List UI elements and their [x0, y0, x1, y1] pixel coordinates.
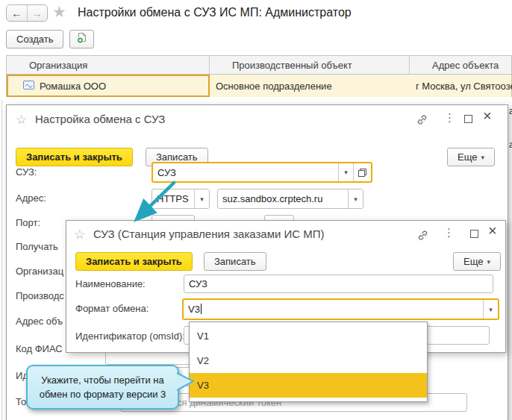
dialog-star-icon[interactable]: ☆: [74, 227, 85, 242]
oms-id-label: Идентификатор (omsId):: [75, 330, 185, 342]
format-option-v3-selected[interactable]: V3: [190, 373, 427, 398]
format-option-v2[interactable]: V2: [190, 348, 427, 373]
menu-dots-icon[interactable]: ⋮: [444, 111, 455, 125]
hint-callout: Укажите, чтобы перейти на обмен по форма…: [26, 365, 179, 410]
page-title: Настройки обмена с СУЗ ИС МП: Администра…: [78, 6, 352, 19]
object-address-value: г Москва, ул Святоозе: [416, 81, 512, 92]
text-caret: [201, 304, 202, 314]
chevron-down-icon: ▾: [487, 258, 490, 266]
more-button[interactable]: Еще ▾: [453, 252, 501, 271]
link-icon[interactable]: [416, 114, 428, 128]
forward-icon: →: [32, 7, 43, 19]
suz-label: СУЗ:: [16, 166, 37, 178]
format-dropdown-list: V1 V2 V3: [189, 322, 428, 402]
new-document-plus-icon: [76, 32, 88, 46]
maximize-icon[interactable]: [470, 230, 478, 238]
back-button[interactable]: ←: [7, 5, 28, 21]
column-header-production-object[interactable]: Производственный объект: [210, 56, 410, 74]
dialog-star-icon[interactable]: ☆: [16, 112, 27, 128]
address-label: Адрес:: [16, 192, 46, 204]
save-and-close-button[interactable]: Записать и закрыть: [75, 252, 193, 271]
save-button[interactable]: Записать: [204, 252, 266, 271]
cell-object-address[interactable]: г Москва, ул Святоозе: [410, 75, 512, 97]
address-value: suz.sandbox.crptech.ru: [218, 193, 348, 204]
chevron-down-icon: ▾: [481, 154, 484, 161]
cell-production-object[interactable]: Основное подразделение: [210, 75, 410, 97]
link-icon[interactable]: [417, 230, 428, 244]
port-label: Порт:: [16, 217, 40, 228]
nav-buttons: ← →: [6, 4, 48, 22]
dialog-title: СУЗ (Станция управления заказами ИС МП): [93, 228, 325, 240]
screen: ← → ★ Настройки обмена с СУЗ ИС МП: Адми…: [0, 0, 512, 420]
format-value: V3: [184, 304, 483, 315]
suz-value: СУЗ: [153, 167, 338, 178]
create-button[interactable]: Создать: [6, 30, 63, 48]
cell-organization[interactable]: Ромашка ООО: [7, 75, 210, 97]
open-record-button[interactable]: [353, 163, 371, 181]
name-field[interactable]: СУЗ: [184, 275, 493, 293]
favorite-star-icon[interactable]: ★: [52, 3, 66, 21]
create-new-item-button[interactable]: [69, 30, 94, 48]
production-object-label: Производс: [16, 290, 64, 301]
more-button[interactable]: Еще ▾: [447, 148, 495, 166]
table-header: Организация Производственный объект Адре…: [6, 55, 512, 75]
suz-field[interactable]: СУЗ ▾: [152, 162, 372, 183]
dropdown-arrow-icon[interactable]: ▾: [348, 189, 363, 208]
object-address-label: Адрес объ: [16, 316, 63, 327]
dropdown-arrow-icon[interactable]: ▾: [483, 300, 498, 319]
save-and-close-button[interactable]: Записать и закрыть: [16, 148, 133, 166]
column-header-organization[interactable]: Организация: [7, 56, 210, 74]
callout-tail: [176, 372, 196, 392]
back-icon: ←: [11, 7, 22, 19]
more-label: Еще: [463, 256, 483, 267]
hint-line-2: обмен по формату версии 3: [40, 387, 166, 401]
background-text-fragment: а: [509, 139, 512, 150]
name-label: Наименование:: [75, 278, 146, 289]
format-field[interactable]: V3 ▾: [182, 298, 499, 320]
window-frame-edge: [1, 100, 2, 420]
token-label: То: [16, 396, 26, 407]
dropdown-arrow-icon[interactable]: ▾: [338, 163, 353, 181]
production-object-value: Основное подразделение: [216, 81, 332, 92]
protocol-value: HTTPS: [152, 193, 194, 204]
close-icon[interactable]: ×: [488, 223, 497, 238]
fias-code-label: Код ФИАС: [16, 343, 63, 354]
maximize-icon[interactable]: [464, 115, 472, 123]
forward-button[interactable]: →: [28, 5, 48, 21]
close-icon[interactable]: ×: [483, 108, 492, 123]
organization-label: Организац: [16, 266, 63, 277]
protocol-select[interactable]: HTTPS ▾: [152, 189, 210, 209]
background-text-fragment: а: [509, 105, 512, 116]
name-value: СУЗ: [184, 278, 493, 289]
hint-line-1: Укажите, чтобы перейти на: [41, 373, 164, 387]
address-field[interactable]: suz.sandbox.crptech.ru ▾: [217, 189, 363, 209]
format-option-v1[interactable]: V1: [190, 324, 427, 348]
dialog-title: Настройка обмена с СУЗ: [35, 113, 165, 125]
menu-dots-icon[interactable]: ⋮: [443, 226, 455, 239]
format-label: Формат обмена:: [75, 303, 149, 314]
dropdown-arrow-icon[interactable]: ▾: [194, 189, 209, 208]
organization-name: Ромашка ООО: [40, 81, 106, 92]
table-row[interactable]: Ромашка ООО Основное подразделение г Мос…: [6, 75, 512, 97]
column-header-object-address[interactable]: Адрес объекта: [410, 56, 512, 74]
receive-label: Получать: [16, 241, 58, 252]
more-label: Еще: [458, 151, 477, 163]
open-in-new-icon: [358, 169, 366, 177]
organization-record-icon: [23, 81, 34, 92]
